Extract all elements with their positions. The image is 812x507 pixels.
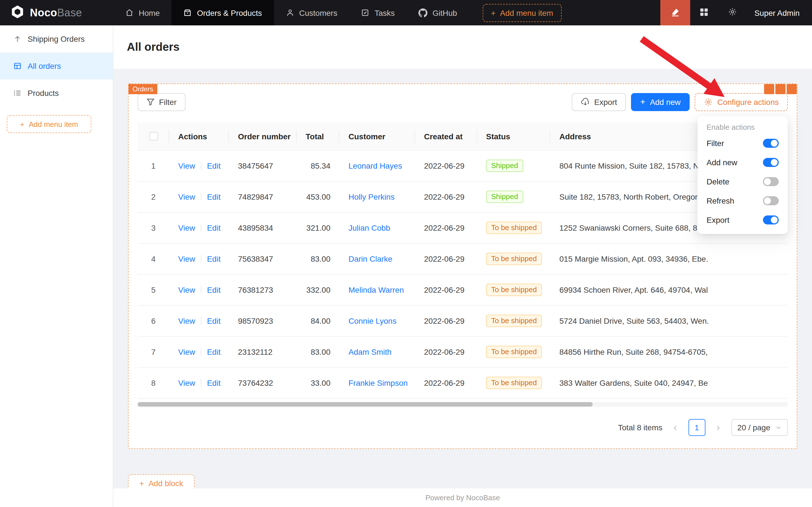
order-number-cell: 73764232 [229, 379, 297, 387]
view-link[interactable]: View [178, 285, 195, 294]
customer-link[interactable]: Julian Cobb [348, 223, 390, 232]
edit-link[interactable]: Edit [207, 255, 221, 263]
status-cell: To be shipped [477, 222, 550, 234]
navbar-item[interactable]: Customers [274, 0, 349, 25]
shop-icon [183, 8, 192, 17]
customer-link[interactable]: Adam Smith [348, 347, 392, 356]
page-1-button[interactable]: 1 [688, 419, 705, 436]
add-block-right-icon[interactable] [775, 84, 786, 94]
add-new-button[interactable]: + Add new [631, 93, 690, 111]
customer-cell: Julian Cobb [340, 223, 415, 232]
enable-action-item[interactable]: Add new [700, 153, 786, 172]
actions-cell: ViewEdit [169, 379, 229, 387]
view-link[interactable]: View [178, 317, 195, 325]
sidebar-item[interactable]: All orders [0, 52, 113, 79]
view-link[interactable]: View [178, 161, 195, 170]
export-button[interactable]: Export [572, 93, 626, 111]
edit-link[interactable]: Edit [207, 285, 221, 294]
enable-action-item[interactable]: Filter [700, 134, 786, 153]
toggle-switch[interactable] [763, 177, 779, 186]
customer-link[interactable]: Darin Clarke [348, 255, 393, 263]
customers-icon [286, 8, 294, 17]
view-link[interactable]: View [178, 255, 195, 263]
row-index-cell: 7 [137, 347, 169, 356]
sidebar-add-menu-item-button[interactable]: + Add menu item [7, 115, 91, 133]
enable-action-label: Refresh [706, 196, 734, 205]
add-block-left-icon[interactable] [764, 84, 774, 94]
row-index-cell: 2 [137, 192, 169, 201]
order-number-cell: 38475647 [229, 161, 297, 170]
column-header-address: Address [550, 132, 708, 141]
page-size-select[interactable]: 20 / page [731, 419, 788, 436]
edit-link[interactable]: Edit [207, 317, 221, 325]
edit-link[interactable]: Edit [207, 161, 221, 170]
next-page-button[interactable]: › [710, 419, 727, 436]
gear-icon [728, 7, 737, 18]
enable-action-item[interactable]: Delete [700, 172, 786, 191]
total-cell: 321.00 [297, 223, 340, 232]
view-link[interactable]: View [178, 192, 195, 201]
select-all-checkbox[interactable] [149, 132, 158, 140]
customer-link[interactable]: Connie Lyons [348, 317, 396, 325]
action-divider [201, 162, 201, 170]
highlighter-icon-button[interactable] [660, 0, 690, 25]
customer-link[interactable]: Frankie Simpson [348, 379, 408, 387]
edit-link[interactable]: Edit [207, 223, 221, 232]
block-menu-icon[interactable] [787, 84, 797, 94]
sidebar-item[interactable]: Shipping Orders [0, 25, 113, 52]
add-block-button[interactable]: + Add block [128, 474, 194, 488]
customer-link[interactable]: Holly Perkins [348, 192, 395, 201]
app: NocoBase Home Orders & Products Customer… [0, 0, 812, 507]
row-index-cell: 3 [137, 223, 169, 232]
enable-action-item[interactable]: Export [700, 210, 786, 230]
navbar-add-menu-item-button[interactable]: + Add menu item [482, 4, 562, 22]
enable-actions-items: Filter Add new Delete Refresh Export [700, 134, 786, 230]
row-index: 4 [151, 255, 156, 263]
gear-icon-button[interactable] [718, 0, 747, 25]
created-at-cell: 2022-06-29 [415, 285, 477, 294]
edit-link[interactable]: Edit [207, 379, 221, 387]
total-cell: 83.00 [297, 347, 340, 356]
brand[interactable]: NocoBase [0, 0, 113, 25]
order-number-cell: 98570923 [229, 317, 297, 325]
navbar-item[interactable]: GitHub [407, 0, 469, 25]
view-link[interactable]: View [178, 347, 195, 356]
edit-link[interactable]: Edit [207, 192, 221, 201]
scrollbar-thumb[interactable] [137, 402, 593, 407]
user-menu[interactable]: Super Admin [747, 0, 812, 25]
page-size-value: 20 / page [737, 423, 770, 432]
address-cell: 383 Walter Gardens, Suite 040, 24947, Be… [550, 379, 708, 387]
actions-cell: ViewEdit [169, 192, 229, 201]
edit-link[interactable]: Edit [207, 347, 221, 356]
filter-button[interactable]: Filter [137, 93, 185, 111]
column-header-status: Status [477, 132, 550, 141]
enable-actions-heading: Enable actions [700, 120, 786, 134]
navbar-item[interactable]: Orders & Products [172, 0, 274, 25]
sidebar-item-label: Shipping Orders [27, 35, 84, 44]
prev-page-button[interactable]: ‹ [667, 419, 684, 436]
navbar-item[interactable]: Home [113, 0, 172, 25]
view-link[interactable]: View [178, 379, 195, 387]
grid-icon-button[interactable] [690, 0, 718, 25]
toggle-switch[interactable] [763, 139, 779, 148]
customer-link[interactable]: Melinda Warren [348, 285, 404, 294]
horizontal-scrollbar[interactable] [137, 402, 788, 407]
navbar-item[interactable]: Tasks [349, 0, 407, 25]
table-row: 5 ViewEdit 76381273 332.00 Melinda Warre… [137, 275, 788, 306]
actions-cell: ViewEdit [169, 317, 229, 325]
export-button-label: Export [594, 98, 617, 107]
plus-icon: + [640, 97, 645, 107]
row-index: 1 [151, 161, 156, 170]
created-at-cell: 2022-06-29 [415, 379, 477, 387]
toggle-switch[interactable] [763, 158, 779, 167]
view-link[interactable]: View [178, 223, 195, 232]
configure-actions-button[interactable]: Configure actions [695, 93, 788, 111]
sidebar-item[interactable]: Products [0, 79, 113, 107]
enable-action-item[interactable]: Refresh [700, 191, 786, 210]
row-index: 3 [151, 223, 156, 232]
toggle-switch[interactable] [763, 196, 779, 205]
toggle-switch[interactable] [763, 215, 779, 224]
customer-link[interactable]: Leonard Hayes [348, 161, 402, 170]
navbar-add-menu-item-label: Add menu item [500, 8, 553, 17]
action-divider [201, 193, 201, 201]
